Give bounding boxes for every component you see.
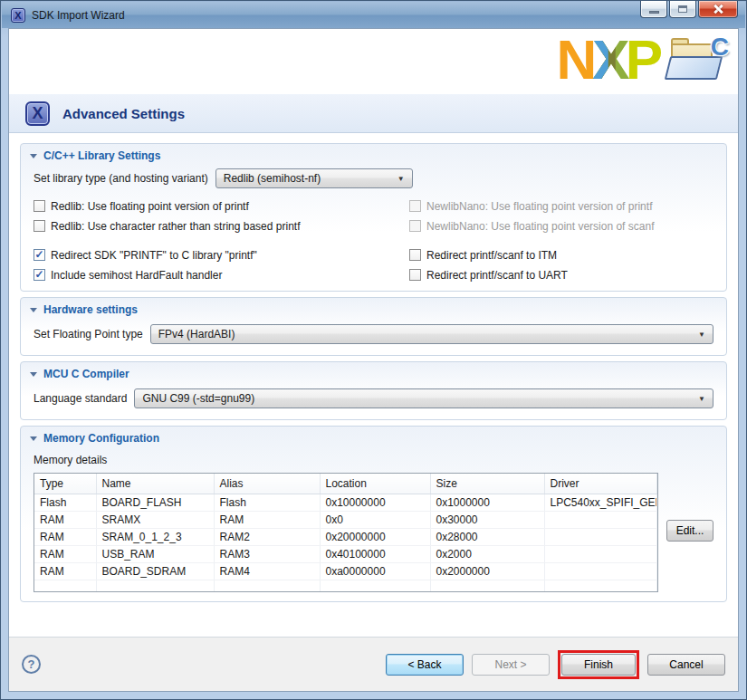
library-type-value: Redlib (semihost-nf) — [224, 172, 321, 185]
page-title: Advanced Settings — [62, 106, 185, 121]
checkbox-label: Redirect printf/scanf to ITM — [426, 249, 557, 262]
sdk-import-wizard-window: X SDK Import Wizard NXXXP C X Advanced S… — [0, 0, 747, 700]
table-cell — [544, 511, 657, 528]
finish-button[interactable]: Finish — [561, 654, 636, 676]
checkbox-label: NewlibNano: Use floating point version o… — [426, 220, 654, 233]
collapse-triangle-icon — [30, 372, 37, 377]
chevron-down-icon: ▼ — [691, 331, 705, 339]
memory-section-header[interactable]: Memory Configuration — [21, 427, 726, 449]
library-section-body: Set library type (and hosting variant) R… — [21, 167, 726, 282]
section-hardware-settings: Hardware settings Set Floating Point typ… — [20, 297, 727, 356]
nxp-letter-n: N — [557, 28, 593, 91]
collapse-triangle-icon — [30, 308, 37, 312]
minimize-button[interactable] — [640, 1, 667, 18]
wizard-banner: X Advanced Settings — [9, 94, 738, 133]
cancel-button[interactable]: Cancel — [647, 654, 725, 676]
checkbox-label: NewlibNano: Use floating point version o… — [426, 200, 652, 213]
checkbox-include-semihost-hardfault[interactable]: ✓Include semihost HardFault handler — [34, 268, 409, 282]
memory-table-header-row[interactable]: TypeNameAliasLocationSizeDriver — [34, 474, 657, 494]
window-controls — [640, 1, 738, 18]
checkbox-redirect-uart[interactable]: Redirect printf/scanf to UART — [409, 268, 713, 282]
table-cell — [430, 580, 544, 592]
table-cell: RAM — [34, 562, 96, 580]
table-cell — [34, 580, 96, 592]
table-row[interactable]: RAMSRAMXRAM0x00x30000 — [34, 511, 657, 528]
memory-table-body: FlashBOARD_FLASHFlash0x100000000x1000000… — [34, 494, 657, 592]
table-row[interactable]: RAMSRAM_0_1_2_3RAM20x200000000x28000 — [34, 528, 657, 545]
table-cell: SRAM_0_1_2_3 — [96, 528, 214, 545]
column-header-location[interactable]: Location — [320, 474, 430, 494]
checkbox-box[interactable] — [409, 249, 421, 261]
memory-section-title: Memory Configuration — [43, 432, 159, 445]
hardware-section-header[interactable]: Hardware settings — [21, 298, 726, 321]
table-empty-row — [34, 580, 657, 592]
column-header-driver[interactable]: Driver — [544, 474, 657, 494]
table-row[interactable]: RAMUSB_RAMRAM30x401000000x2000 — [34, 545, 657, 562]
next-button[interactable]: Next > — [472, 654, 550, 676]
table-row[interactable]: RAMBOARD_SDRAMRAM40xa00000000x2000000 — [34, 562, 657, 580]
language-standard-dropdown[interactable]: GNU C99 (-std=gnu99) ▼ — [134, 388, 713, 408]
app-icon: X — [11, 8, 25, 23]
table-row[interactable]: FlashBOARD_FLASHFlash0x100000000x1000000… — [34, 494, 657, 511]
edit-button[interactable]: Edit... — [666, 520, 713, 542]
table-cell: 0x28000 — [430, 528, 544, 545]
table-cell: 0x20000000 — [320, 528, 430, 545]
window-title: SDK Import Wizard — [32, 9, 125, 22]
table-cell: 0x40100000 — [320, 545, 430, 562]
nxp-letter-x: XXX — [592, 25, 625, 94]
column-header-size[interactable]: Size — [430, 474, 544, 494]
column-header-type[interactable]: Type — [34, 474, 96, 494]
floating-point-label: Set Floating Point type — [34, 328, 143, 340]
title-bar[interactable]: X SDK Import Wizard — [2, 2, 745, 28]
memory-table[interactable]: TypeNameAliasLocationSizeDriver FlashBOA… — [34, 473, 658, 592]
table-cell: RAM — [34, 528, 96, 545]
language-standard-label: Language standard — [34, 392, 127, 405]
table-cell: 0x0 — [320, 511, 430, 528]
checkbox-redlib-float-printf[interactable]: Redlib: Use floating point version of pr… — [34, 199, 409, 213]
checkbox-redirect-itm[interactable]: Redirect printf/scanf to ITM — [409, 248, 713, 262]
checkbox-redlib-char-printf[interactable]: Redlib: Use character rather than string… — [34, 219, 409, 233]
checkbox-redirect-sdk-printf[interactable]: ✓Redirect SDK "PRINTF" to C library "pri… — [34, 248, 409, 262]
table-cell: 0x30000 — [430, 511, 544, 528]
checkbox-box[interactable]: ✓ — [34, 269, 45, 281]
table-cell: RAM3 — [214, 545, 320, 562]
checkbox-label: Redlib: Use floating point version of pr… — [51, 200, 249, 213]
column-header-name[interactable]: Name — [96, 474, 214, 494]
table-cell — [544, 528, 657, 545]
checkbox-newlibnano-float-printf: NewlibNano: Use floating point version o… — [409, 199, 713, 213]
table-cell: RAM — [214, 511, 320, 528]
checkbox-box[interactable] — [34, 200, 45, 212]
column-header-alias[interactable]: Alias — [214, 474, 320, 494]
table-cell: USB_RAM — [96, 545, 214, 562]
section-mcu-c-compiler: MCU C Compiler Language standard GNU C99… — [20, 361, 727, 420]
maximize-button[interactable] — [669, 1, 696, 18]
table-cell: 0x10000000 — [320, 494, 430, 511]
table-cell — [544, 545, 657, 562]
nxp-logo: NXXXP — [557, 25, 659, 94]
compiler-section-header[interactable]: MCU C Compiler — [21, 362, 726, 385]
checkbox-label: Include semihost HardFault handler — [51, 269, 222, 282]
nxp-letter-p: P — [626, 28, 658, 91]
table-cell: Flash — [34, 494, 96, 511]
checkbox-box[interactable] — [34, 220, 45, 232]
checkbox-label: Redirect SDK "PRINTF" to C library "prin… — [51, 249, 257, 262]
help-button[interactable]: ? — [22, 655, 41, 674]
compiler-section-title: MCU C Compiler — [43, 368, 129, 380]
close-icon — [713, 4, 723, 14]
checkbox-box[interactable] — [409, 269, 421, 281]
collapse-triangle-icon — [30, 436, 37, 441]
c-letter: C — [711, 33, 729, 62]
table-cell: RAM4 — [214, 562, 320, 580]
close-button[interactable] — [698, 1, 738, 18]
button-bar: ? < Back Next > Finish Cancel — [9, 637, 738, 691]
floating-point-dropdown[interactable]: FPv4 (HardABI) ▼ — [150, 324, 713, 344]
c-project-folder-icon: C — [666, 36, 731, 87]
table-cell: 0xa0000000 — [320, 562, 430, 580]
library-section-header[interactable]: C/C++ Library Settings — [21, 144, 726, 167]
back-button[interactable]: < Back — [386, 654, 464, 676]
library-type-dropdown[interactable]: Redlib (semihost-nf) ▼ — [215, 168, 413, 188]
logo-row: NXXXP C — [9, 29, 738, 94]
checkbox-box[interactable]: ✓ — [34, 249, 45, 261]
checkbox-box — [409, 200, 421, 212]
table-cell — [544, 562, 657, 580]
